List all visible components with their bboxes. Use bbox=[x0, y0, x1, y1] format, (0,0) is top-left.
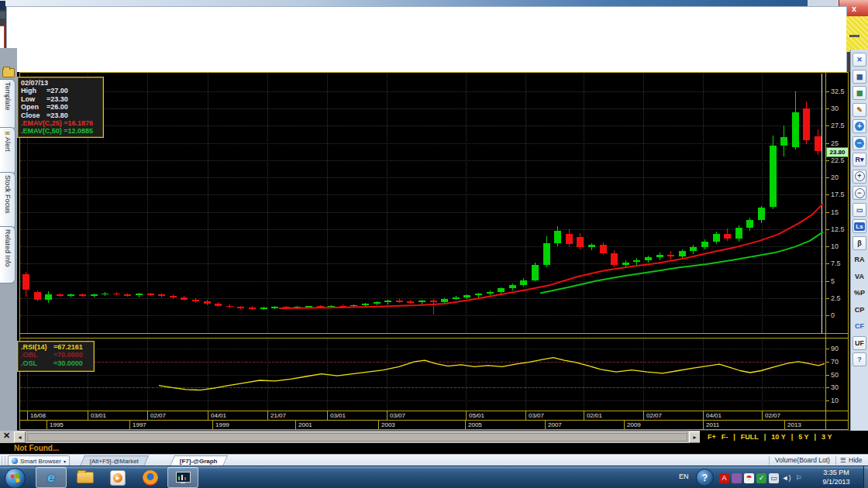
x-axis-year-label: 2007 bbox=[548, 421, 562, 428]
start-button[interactable] bbox=[5, 468, 26, 488]
tab-graph[interactable]: [F7]-@Graph bbox=[170, 455, 228, 466]
close-bottom-icon[interactable]: ✕ bbox=[3, 431, 10, 441]
info-row: Low=23.30 bbox=[21, 95, 100, 103]
axis-tick bbox=[387, 411, 388, 420]
x-axis-date-label: 02/01 bbox=[587, 412, 602, 419]
axis-tick bbox=[703, 421, 704, 429]
axis-tick bbox=[545, 421, 546, 429]
rsi-plot-area[interactable] bbox=[20, 339, 825, 411]
axis-tick bbox=[129, 421, 130, 429]
y-axis-label: 25 bbox=[831, 139, 839, 147]
info-row: Open=26.00 bbox=[21, 103, 100, 111]
volume-board-lot-selector[interactable]: Volume(Board Lot) bbox=[775, 456, 830, 464]
firefox-icon bbox=[143, 470, 158, 486]
x-axis-year-label: 1997 bbox=[133, 421, 146, 428]
volume-speaker-icon[interactable]: ◄) bbox=[781, 473, 791, 483]
axis-tick bbox=[584, 411, 584, 420]
x-axis-year-label: 2009 bbox=[627, 421, 641, 428]
axis-tick bbox=[212, 421, 213, 429]
axis-tick bbox=[624, 421, 625, 429]
app-tab-bar: Smart Browser ▾ [Alt+F5]-@Market [F7]-@G… bbox=[0, 454, 868, 466]
info-row: .EMAV(C,50) =12.0885 bbox=[21, 127, 100, 135]
divider bbox=[769, 456, 770, 465]
axis-tick bbox=[88, 411, 88, 420]
range-button-10y[interactable]: 10 Y bbox=[771, 433, 785, 441]
info-row: High=27.00 bbox=[21, 87, 100, 95]
y-axis-label: 17.5 bbox=[831, 191, 845, 198]
range-separator: | bbox=[733, 433, 735, 441]
taskbar-stock-app[interactable] bbox=[167, 467, 198, 488]
x-axis-date-label: 04/01 bbox=[706, 412, 722, 419]
scrollbar-thumb[interactable] bbox=[27, 433, 687, 442]
purple-app-icon[interactable] bbox=[732, 473, 742, 483]
range-separator: | bbox=[791, 433, 794, 441]
scroll-right-button[interactable]: ► bbox=[689, 431, 701, 443]
rsi-panel-title: Relative Strength Index(CLOSE,14,30,70),… bbox=[20, 339, 825, 346]
x-axis-date-label: 03/01 bbox=[91, 412, 106, 419]
panel-frame bbox=[848, 72, 849, 430]
adobe-reader-icon[interactable]: A bbox=[719, 473, 729, 483]
action-center-flag-icon[interactable]: ⚐ bbox=[794, 473, 804, 483]
price-plot-area[interactable] bbox=[20, 74, 825, 333]
scroll-left-button[interactable]: ◄ bbox=[14, 431, 26, 443]
x-axis-date-label: 04/01 bbox=[211, 412, 226, 419]
y-axis-label: 5 bbox=[831, 277, 835, 285]
scrollbar-track[interactable] bbox=[26, 431, 687, 442]
rsi-info-row: .OBL=70.0000 bbox=[21, 351, 91, 359]
taskbar-firefox[interactable] bbox=[135, 467, 166, 488]
axis-tick bbox=[208, 411, 208, 420]
axis-tick bbox=[46, 421, 47, 429]
language-indicator[interactable]: EN bbox=[679, 473, 689, 480]
folder-icon bbox=[77, 472, 94, 483]
last-price-tag: 23.80 bbox=[826, 147, 849, 157]
panel-frame bbox=[19, 333, 849, 334]
hide-icon: ☰ bbox=[840, 456, 846, 464]
avira-antivirus-icon[interactable]: ☂ bbox=[744, 473, 754, 483]
hide-button[interactable]: Hide bbox=[849, 456, 862, 464]
rsi-y-axis-label: 90 bbox=[831, 345, 839, 352]
display-settings-icon[interactable]: ▭ bbox=[769, 473, 779, 483]
panel-frame bbox=[19, 72, 849, 73]
y-axis-label: 20 bbox=[831, 174, 839, 181]
taskbar-media-player[interactable]: ▶ bbox=[102, 467, 133, 488]
axis-tick bbox=[267, 411, 268, 420]
axis-tick bbox=[643, 411, 644, 420]
show-desktop-button[interactable] bbox=[863, 466, 868, 488]
media-player-icon: ▶ bbox=[110, 470, 126, 486]
smart-browser-icon bbox=[12, 458, 18, 464]
taskbar-file-explorer[interactable] bbox=[70, 467, 101, 488]
screen: x Template✉AlertStock FocusRelated Info … bbox=[0, 0, 868, 488]
internet-explorer-icon: e bbox=[47, 470, 54, 486]
toolbar-grip bbox=[2, 456, 5, 465]
axis-tick bbox=[784, 421, 785, 429]
axis-tick bbox=[703, 411, 704, 420]
range-button-5y[interactable]: 5 Y bbox=[798, 433, 808, 441]
rsi-y-axis-label: 30 bbox=[831, 383, 839, 391]
security-app-icon[interactable]: ✓ bbox=[756, 473, 766, 483]
range-button-3y[interactable]: 3 Y bbox=[822, 433, 832, 441]
axis-tick bbox=[295, 421, 296, 429]
info-date: 02/07/13 bbox=[21, 79, 100, 87]
range-button-zone: F+F-|FULL|10 Y|5 Y|3 Y bbox=[700, 431, 868, 443]
help-orb-icon[interactable]: ? bbox=[696, 469, 714, 486]
taskbar-internet-explorer[interactable]: e bbox=[36, 467, 67, 488]
y-axis-label: 10 bbox=[831, 242, 839, 250]
axis-tick bbox=[762, 411, 763, 420]
x-axis-year-label: 2005 bbox=[468, 421, 482, 428]
price-panel-title: NONTHAVEJ HOSPITAL PUBLIC [quarter] bbox=[20, 74, 825, 81]
x-axis-year-label: 1995 bbox=[50, 421, 64, 428]
chevron-down-icon: ▾ bbox=[64, 459, 66, 464]
range-separator: | bbox=[764, 433, 766, 441]
x-axis-year-label: 1999 bbox=[215, 421, 229, 428]
smart-browser-button[interactable]: Smart Browser ▾ bbox=[8, 455, 70, 466]
range-button-full[interactable]: FULL bbox=[741, 433, 759, 441]
y-axis-label: 12.5 bbox=[831, 225, 845, 233]
y-axis-label: 0 bbox=[831, 311, 835, 319]
taskbar-clock[interactable]: 3:35 PM 9/1/2013 bbox=[811, 468, 862, 486]
range-button-f-[interactable]: F- bbox=[722, 433, 728, 441]
x-axis-date-label: 02/07 bbox=[150, 412, 166, 419]
rsi-info-box: .RSI(14)=67.2161.OBL=70.0000.OSL=30.0000 bbox=[17, 341, 95, 372]
tab-market[interactable]: [Alt+F5]-@Market bbox=[80, 455, 149, 466]
x-axis-date-label: 02/07 bbox=[646, 412, 662, 419]
range-button-f+[interactable]: F+ bbox=[708, 433, 716, 441]
